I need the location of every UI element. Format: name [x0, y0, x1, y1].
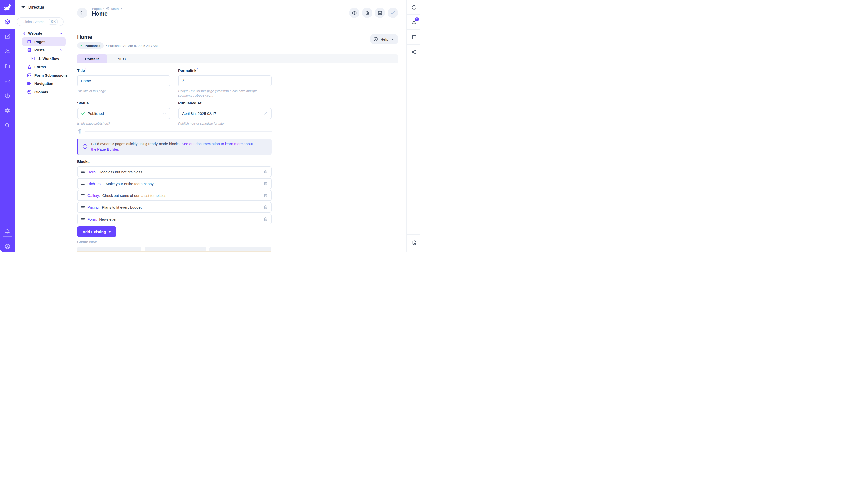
info-panel-button[interactable]	[407, 0, 420, 15]
project-header[interactable]: Directus	[15, 0, 68, 15]
status-badge-label: Published	[85, 44, 101, 48]
chevron-down-icon[interactable]	[59, 48, 63, 52]
sidebar-item-label: Navigation	[34, 82, 53, 86]
edit-icon	[5, 34, 10, 40]
sidebar-item-globals[interactable]: Globals	[15, 88, 68, 96]
title-field[interactable]	[77, 75, 171, 86]
status-value: Published	[88, 111, 104, 116]
help-circle-icon	[373, 37, 378, 41]
drag-handle-icon[interactable]	[81, 206, 85, 209]
published-at-field[interactable]: April 8th, 2025 02:17	[178, 108, 271, 119]
block-type: Form:	[87, 217, 97, 221]
text-field-icon: A	[27, 65, 32, 69]
trash-icon[interactable]	[263, 217, 268, 221]
notification-count-badge: 2	[414, 17, 419, 22]
block-title: Headless but not brainless	[99, 170, 142, 174]
tab-seo[interactable]: SEO	[107, 54, 137, 64]
module-editor[interactable]	[0, 29, 15, 44]
module-help[interactable]	[0, 88, 15, 103]
module-insights[interactable]	[0, 74, 15, 88]
sidebar-item-pages[interactable]: Pages	[22, 37, 66, 46]
block-type: Rich Text:	[87, 182, 104, 186]
sidebar-item-form-submissions[interactable]: Form Submissions	[15, 71, 68, 79]
global-search-input[interactable]	[23, 20, 46, 24]
status-label: Status	[77, 101, 89, 105]
sidebar-divider	[3, 236, 12, 237]
tab-content[interactable]: Content	[77, 54, 107, 64]
module-settings[interactable]	[0, 103, 15, 118]
sidebar-item-label: Forms	[34, 65, 46, 69]
permalink-helper: Unique URL for this page (start with /, …	[178, 89, 270, 98]
sidebar-item-posts[interactable]: Posts	[15, 46, 68, 54]
search-icon	[4, 122, 10, 128]
block-row-hero[interactable]: Hero: Headless but not brainless	[77, 166, 271, 177]
sidebar-item-website[interactable]: Website	[15, 29, 68, 37]
trash-icon[interactable]	[263, 169, 268, 174]
pages-icon	[27, 39, 32, 44]
sidebar-item-forms[interactable]: A Forms	[15, 62, 68, 71]
info-icon	[82, 144, 88, 149]
sidebar-item-label: 1. Workflow	[38, 56, 59, 60]
global-search[interactable]: ⌘K	[17, 17, 64, 26]
check-icon	[79, 44, 83, 47]
module-search[interactable]	[0, 118, 15, 133]
navigation-sidebar: Directus ⌘K Website Pages	[15, 0, 68, 252]
add-existing-label: Add Existing	[83, 230, 106, 234]
insights-icon	[4, 78, 11, 84]
drag-handle-icon[interactable]	[81, 170, 85, 173]
people-icon	[4, 49, 10, 54]
block-row-gallery[interactable]: Gallery: Check out some of our latest te…	[77, 190, 271, 201]
block-type: Pricing:	[87, 205, 100, 210]
sidebar-item-workflow[interactable]: 1. Workflow	[15, 54, 68, 62]
right-sidebar: 2	[407, 0, 420, 252]
user-menu-button[interactable]	[0, 239, 15, 252]
sidebar-item-label: Form Submissions	[34, 73, 68, 77]
chevron-down-icon	[391, 37, 394, 41]
help-button[interactable]: Help	[370, 34, 398, 44]
block-title: Newsletter	[99, 217, 117, 221]
status-select[interactable]: Published	[77, 108, 171, 119]
block-row-pricing[interactable]: Pricing: Plans to fit every budget	[77, 202, 271, 213]
clear-icon[interactable]	[264, 111, 268, 116]
banner-text: Build dynamic pages quickly using ready-…	[91, 141, 254, 152]
permalink-field[interactable]	[178, 75, 271, 86]
module-content[interactable]	[0, 15, 15, 29]
info-icon	[411, 5, 417, 10]
block-row-form[interactable]: Form: Newsletter	[77, 214, 271, 224]
chevron-down-icon[interactable]	[59, 31, 63, 35]
menu-open-icon	[27, 81, 32, 86]
status-meta-row: Published • Published At: Apr 8, 2025 2:…	[77, 42, 158, 49]
drag-handle-icon[interactable]	[81, 194, 85, 197]
title-helper: The title of this page.	[77, 89, 168, 93]
add-existing-button[interactable]: Add Existing	[77, 227, 117, 237]
share-panel-button[interactable]	[407, 44, 420, 59]
drag-handle-icon[interactable]	[81, 218, 85, 220]
drag-handle-icon[interactable]	[81, 182, 85, 185]
module-files[interactable]	[0, 59, 15, 74]
section-divider	[85, 131, 271, 132]
create-new-divider	[98, 242, 271, 242]
module-users[interactable]	[0, 44, 15, 59]
help-label: Help	[380, 37, 389, 41]
bell-icon	[4, 228, 10, 234]
header-divider	[77, 50, 398, 51]
globe-icon	[27, 89, 32, 94]
directus-logo[interactable]	[0, 0, 15, 15]
required-asterisk: *	[197, 68, 198, 71]
inbox-icon	[27, 73, 32, 78]
block-type: Gallery:	[87, 194, 100, 198]
sidebar-item-navigation[interactable]: Navigation	[15, 79, 68, 88]
help-icon	[4, 93, 10, 99]
chevron-down-icon	[162, 111, 167, 116]
pending-actions-button[interactable]	[407, 235, 420, 250]
cube-icon	[4, 19, 10, 25]
collection-nav: Website Pages Posts	[15, 29, 68, 96]
comments-panel-button[interactable]	[407, 30, 420, 44]
trash-icon[interactable]	[263, 193, 268, 198]
block-row-rich-text[interactable]: Rich Text: Make your entire team happy	[77, 178, 271, 189]
trash-icon[interactable]	[263, 205, 268, 210]
published-at-value: April 8th, 2025 02:17	[182, 111, 216, 116]
revisions-panel-button[interactable]	[407, 15, 420, 30]
block-title: Plans to fit every budget	[102, 205, 142, 210]
trash-icon[interactable]	[263, 181, 268, 186]
